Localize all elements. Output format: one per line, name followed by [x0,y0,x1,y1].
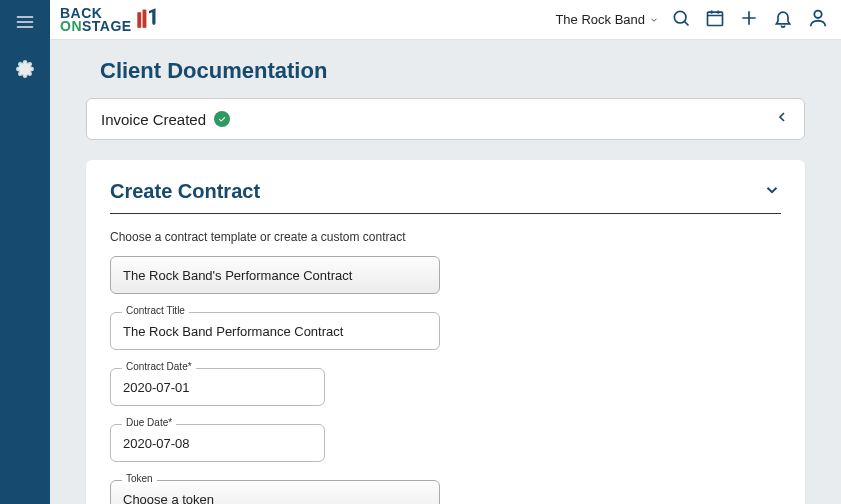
band-name: The Rock Band [555,12,645,27]
gear-icon[interactable] [16,60,34,82]
check-badge-icon [214,111,230,127]
template-select[interactable]: The Rock Band's Performance Contract [110,256,440,294]
template-value: The Rock Band's Performance Contract [123,268,352,283]
due-date-value: 2020-07-08 [123,436,190,451]
svg-point-5 [814,10,821,17]
contract-date-label: Contract Date* [122,361,196,372]
svg-rect-1 [137,12,141,28]
token-label: Token [122,473,157,484]
svg-point-3 [674,11,686,23]
section-title: Create Contract [110,180,260,203]
content-area: Client Documentation Invoice Created Cre… [50,40,841,504]
contract-date-input[interactable]: 2020-07-01 [110,368,325,406]
due-date-input[interactable]: 2020-07-08 [110,424,325,462]
contract-title-value: The Rock Band Performance Contract [123,324,343,339]
search-icon[interactable] [671,8,691,32]
due-date-label: Due Date* [122,417,176,428]
status-text: Invoice Created [101,111,206,128]
profile-icon[interactable] [807,7,829,33]
logo-text-stage: STAGE [82,18,132,34]
logo-text-on: ON [60,18,82,34]
svg-rect-4 [708,12,723,25]
logo[interactable]: BACK ONSTAGE [60,7,162,33]
bell-icon[interactable] [773,8,793,32]
create-contract-card: Create Contract Choose a contract templa… [86,160,805,504]
helper-text: Choose a contract template or create a c… [110,230,781,244]
page-title: Client Documentation [100,58,805,84]
token-value: Choose a token [123,492,214,505]
chevron-left-icon [774,109,790,129]
contract-title-input[interactable]: The Rock Band Performance Contract [110,312,440,350]
topbar: BACK ONSTAGE The Rock Band [50,0,841,40]
sidebar [0,0,50,504]
calendar-icon[interactable] [705,8,725,32]
section-header[interactable]: Create Contract [110,180,781,214]
contract-title-label: Contract Title [122,305,189,316]
band-selector[interactable]: The Rock Band [555,12,659,27]
status-card[interactable]: Invoice Created [86,98,805,140]
plus-icon[interactable] [739,8,759,32]
svg-rect-2 [142,9,146,27]
menu-icon[interactable] [15,12,35,36]
token-select[interactable]: Choose a token [110,480,440,504]
caret-down-icon [649,15,659,25]
logo-mark-icon [136,7,162,33]
contract-date-value: 2020-07-01 [123,380,190,395]
chevron-down-icon [763,181,781,203]
